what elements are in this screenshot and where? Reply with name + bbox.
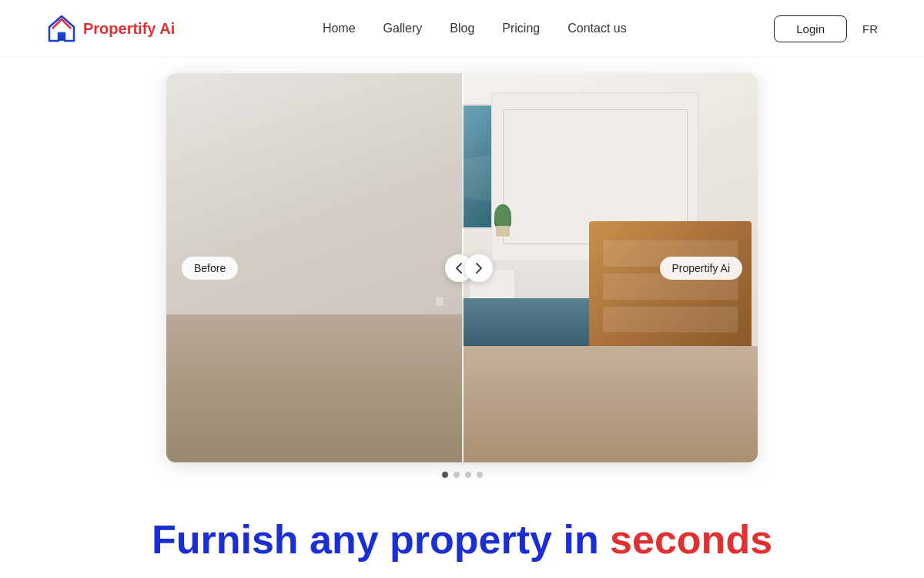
next-arrow-button[interactable] [465, 254, 493, 282]
nav-links: Home Gallery Blog Pricing Contact us [323, 22, 627, 35]
chevron-left-icon [455, 262, 463, 274]
logo-icon [46, 13, 77, 44]
slider-section: Before Propertify Ai [0, 58, 924, 493]
hero-headline: Furnish any property in seconds [0, 518, 924, 562]
plant-decoration [491, 202, 514, 237]
plant-leaves [494, 204, 511, 227]
wall-socket [435, 296, 444, 307]
svg-rect-1 [59, 33, 65, 41]
logo[interactable]: Propertify Ai [46, 13, 175, 44]
hero-headline-part2: seconds [610, 517, 772, 562]
chevron-right-icon [475, 262, 483, 274]
slider-inner: Before Propertify Ai [166, 73, 758, 462]
plant-pot [496, 226, 510, 237]
dot-4[interactable] [477, 472, 483, 478]
bed-cover [462, 298, 595, 345]
language-switcher[interactable]: FR [862, 22, 878, 35]
nav-blog[interactable]: Blog [450, 22, 474, 35]
hero-headline-part1: Furnish any property in [152, 517, 610, 562]
dresser [589, 221, 752, 346]
dresser-drawer-3 [602, 306, 738, 334]
after-label: Propertify Ai [660, 257, 742, 280]
navbar: Propertify Ai Home Gallery Blog Pricing … [0, 0, 924, 58]
before-after-slider[interactable]: Before Propertify Ai [166, 73, 758, 462]
dot-2[interactable] [454, 472, 460, 478]
nav-right: Login FR [774, 15, 878, 42]
dot-3[interactable] [465, 472, 471, 478]
slider-dots [166, 462, 758, 481]
nav-home[interactable]: Home [323, 22, 356, 35]
nav-gallery[interactable]: Gallery [383, 22, 423, 35]
nav-contact[interactable]: Contact us [567, 22, 626, 35]
before-label: Before [182, 257, 238, 280]
login-button[interactable]: Login [774, 15, 847, 42]
logo-text: Propertify Ai [83, 20, 175, 38]
dresser-drawers [602, 240, 738, 333]
dot-1[interactable] [442, 472, 448, 478]
hero-section: Furnish any property in seconds [0, 493, 924, 562]
nav-pricing[interactable]: Pricing [502, 22, 540, 35]
